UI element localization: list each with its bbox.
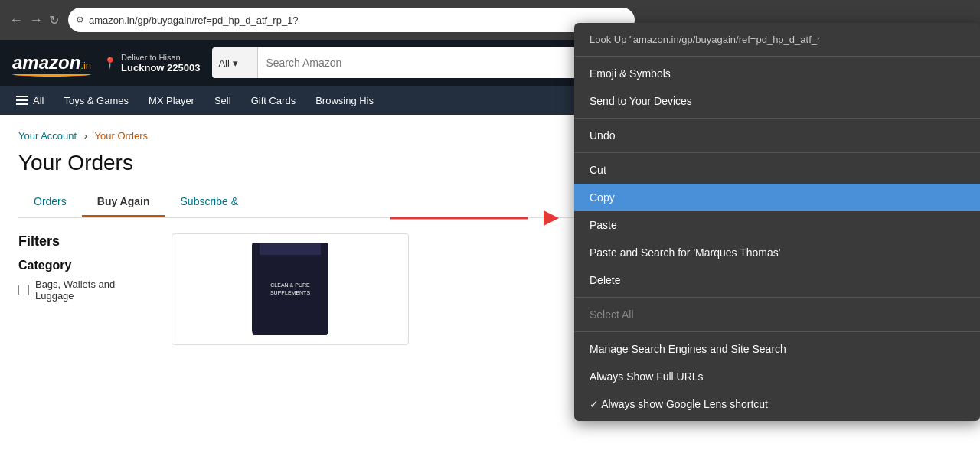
product-image: CLEAN & PURE SUPPLEMENTS [252, 243, 328, 335]
location-icon: 📍 [103, 57, 116, 69]
hamburger-icon [16, 96, 28, 105]
filter-label-bags: Bags, Wallets and Luggage [35, 279, 156, 302]
amazon-logo[interactable]: amazon.in [12, 52, 91, 73]
nav-toys-games[interactable]: Toys & Games [55, 90, 137, 112]
logo-wordmark: amazon.in [12, 52, 91, 73]
context-menu-cut[interactable]: Cut [574, 156, 980, 184]
page-container: ← → ↻ ⚙ amazon.in/gp/buyagain/ref=pd_hp_… [0, 0, 980, 360]
divider-3 [574, 152, 980, 153]
city-label: Lucknow 225003 [121, 62, 200, 73]
context-menu-paste[interactable]: Paste [574, 211, 980, 239]
context-menu-lookup[interactable]: Look Up "amazon.in/gp/buyagain/ref=pd_hp… [574, 26, 980, 53]
category-title: Category [18, 259, 156, 272]
address-bar[interactable]: ⚙ amazon.in/gp/buyagain/ref=pd_hp_d_atf_… [68, 8, 635, 32]
arrow-line [390, 217, 528, 220]
context-menu-undo[interactable]: Undo [574, 122, 980, 149]
breadcrumb-separator: › [84, 130, 87, 142]
arrow-indicator [390, 203, 559, 233]
filter-bags[interactable]: Bags, Wallets and Luggage [18, 279, 156, 302]
divider-2 [574, 118, 980, 119]
filters-panel: Filters Category Bags, Wallets and Lugga… [18, 233, 156, 345]
tab-orders[interactable]: Orders [18, 188, 82, 217]
arrow-shape [390, 203, 559, 233]
location-details: Deliver to Hisan Lucknow 225003 [121, 53, 200, 73]
context-menu-manage-search[interactable]: Manage Search Engines and Site Search [574, 335, 980, 363]
breadcrumb-account[interactable]: Your Account [18, 130, 77, 142]
breadcrumb-current: Your Orders [95, 130, 149, 142]
address-text: amazon.in/gp/buyagain/ref=pd_hp_d_atf_rp… [89, 15, 627, 26]
context-menu-show-full-urls[interactable]: Always Show Full URLs [574, 363, 980, 390]
context-menu-select-all: Select All [574, 301, 980, 328]
nav-gift-cards[interactable]: Gift Cards [243, 90, 305, 112]
back-button[interactable]: ← [9, 13, 23, 27]
arrow-head [544, 210, 559, 226]
context-menu-copy[interactable]: Copy [574, 184, 980, 211]
product-card: CLEAN & PURE SUPPLEMENTS [172, 233, 409, 345]
address-icon: ⚙ [76, 15, 84, 25]
tab-subscribe[interactable]: Subscribe & [165, 188, 253, 217]
context-menu: Look Up "amazon.in/gp/buyagain/ref=pd_hp… [574, 23, 980, 421]
divider-5 [574, 331, 980, 332]
product-label: CLEAN & PURE SUPPLEMENTS [252, 276, 328, 303]
context-menu-google-lens[interactable]: Always show Google Lens shortcut [574, 390, 980, 418]
divider-1 [574, 56, 980, 57]
tab-buy-again[interactable]: Buy Again [82, 188, 165, 217]
product-image-container: CLEAN & PURE SUPPLEMENTS [191, 243, 390, 335]
forward-button[interactable]: → [29, 13, 43, 27]
refresh-button[interactable]: ↻ [49, 13, 59, 28]
filter-checkbox-bags[interactable] [18, 285, 29, 295]
search-category-select[interactable]: All ▾ [212, 47, 258, 78]
nav-mx-player[interactable]: MX Player [140, 90, 203, 112]
context-menu-paste-search[interactable]: Paste and Search for 'Marques Thomas' [574, 239, 980, 266]
divider-4 [574, 297, 980, 298]
nav-sell[interactable]: Sell [206, 90, 240, 112]
chevron-down-icon: ▾ [233, 57, 238, 69]
context-menu-delete[interactable]: Delete [574, 266, 980, 294]
nav-browsing-history[interactable]: Browsing His [307, 90, 382, 112]
nav-all[interactable]: All [8, 90, 52, 112]
context-menu-send[interactable]: Send to Your Devices [574, 87, 980, 115]
filters-title: Filters [18, 233, 156, 249]
nav-buttons: ← → ↻ [9, 13, 59, 28]
deliver-to[interactable]: 📍 Deliver to Hisan Lucknow 225003 [103, 53, 200, 73]
deliver-label: Deliver to Hisan [121, 53, 200, 62]
context-menu-emoji[interactable]: Emoji & Symbols [574, 60, 980, 87]
